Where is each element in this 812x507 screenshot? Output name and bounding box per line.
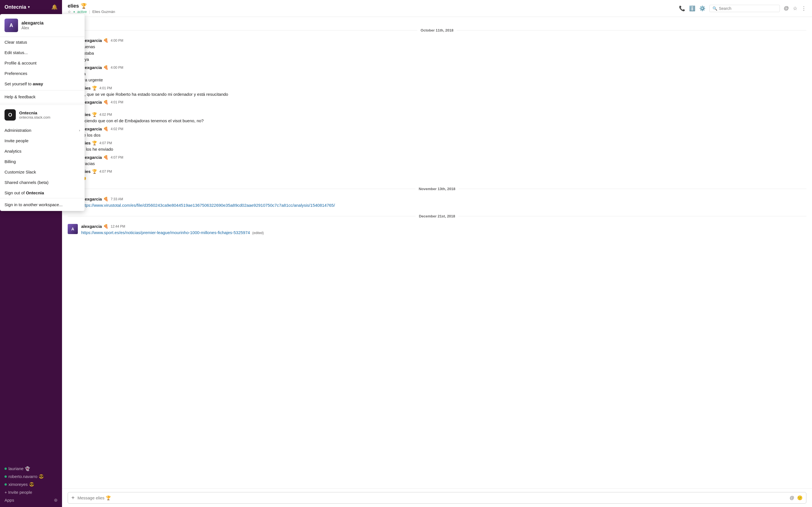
search-input[interactable] (719, 6, 777, 11)
message-link[interactable]: https://www.virustotal.com/es/file/d3560… (81, 203, 335, 208)
message-text: gracias (81, 161, 806, 167)
message-header: alexgarcia 🍕 7:33 AM (81, 196, 806, 202)
info-icon[interactable]: ℹ️ (689, 5, 695, 11)
message-time: 4:00 PM (111, 39, 123, 43)
star-header-icon[interactable]: ☆ (793, 5, 797, 11)
apps-label: Apps (4, 498, 14, 503)
dropdown-divider-1 (0, 90, 85, 91)
menu-item-clear-status[interactable]: Clear status (0, 37, 85, 47)
sidebar-header[interactable]: Ontecnia ▾ 🔔 (0, 0, 62, 14)
workspace-info: Ontecnia ontecnia.slack.com (19, 110, 50, 119)
sidebar-invite-people[interactable]: + Invite people (0, 489, 62, 496)
contact-full-name: Elies Guzmán (92, 10, 115, 14)
message-sender: alexgarcia 🍕 (81, 155, 109, 160)
message-input[interactable] (78, 496, 787, 500)
mention-button[interactable]: @ (790, 496, 794, 501)
message-text: ja, que se ve quie Roberto ha estado toc… (81, 91, 806, 98)
apps-add-icon[interactable]: ⊕ (54, 497, 57, 503)
chat-header: elies 🏆 ☆ ● active | Elies Guzmán 📞 ℹ️ ⚙… (62, 0, 812, 17)
menu-item-preferences[interactable]: Preferences (0, 68, 85, 78)
add-attachment-button[interactable]: + (71, 495, 75, 501)
chat-header-right: 📞 ℹ️ ⚙️ 🔍 @ ☆ ⋮ (679, 5, 806, 12)
message-time: 4:07 PM (111, 156, 123, 159)
online-dot-roberto (4, 475, 7, 478)
main-area: elies 🏆 ☆ ● active | Elies Guzmán 📞 ℹ️ ⚙… (62, 0, 812, 507)
table-row: A alexgarcia 🍕 4:01 PM (68, 100, 806, 110)
dropdown-signin[interactable]: Sign in to another workspace... (0, 198, 85, 211)
table-row: A alexgarcia 🍕 7:33 AM https://www.virus… (68, 196, 806, 209)
star-icon[interactable]: ☆ (68, 10, 71, 14)
ws-domain: ontecnia.slack.com (19, 115, 50, 119)
menu-item-set-away[interactable]: Set yourself to away (0, 78, 85, 89)
member-name-roberto: roberto.navarro 😎 (8, 474, 44, 479)
ws-item-customize-slack[interactable]: Customize Slack (0, 167, 85, 177)
message-sender: alexgarcia 🍕 (81, 100, 109, 105)
search-box[interactable]: 🔍 (709, 5, 780, 12)
message-time: 4:01 PM (100, 86, 112, 90)
message-time: 4:07 PM (100, 170, 112, 173)
menu-item-help-feedback[interactable]: Help & feedback (0, 92, 85, 102)
message-sender: alexgarcia 🍕 (81, 196, 109, 202)
dropdown-menu: A alexgarcia Álex Clear status Edit stat… (0, 14, 85, 211)
at-icon[interactable]: @ (784, 5, 789, 11)
ws-item-shared-channels[interactable]: Shared channels (beta) (0, 177, 85, 187)
message-input-area: + @ 🙂 (62, 489, 812, 507)
bell-icon[interactable]: 🔔 (51, 4, 57, 10)
message-text: 👍 (81, 175, 806, 181)
message-time: 4:00 PM (111, 66, 123, 69)
message-header: alexgarcia 🍕 4:00 PM (81, 38, 806, 43)
settings-icon[interactable]: ⚙️ (699, 5, 705, 11)
chat-title-area: elies 🏆 ☆ ● active | Elies Guzmán (68, 3, 115, 14)
message-header: alexgarcia 🍕 4:07 PM (81, 155, 806, 160)
message-sender: alexgarcia 🍕 (81, 224, 109, 229)
phone-icon[interactable]: 📞 (679, 5, 685, 11)
menu-item-edit-status[interactable]: Edit status... (0, 47, 85, 58)
message-header: alexgarcia 🍕 4:00 PM (81, 65, 806, 70)
message-text: https://www.sport.es/es/noticias/premier… (81, 230, 806, 236)
contact-emoji: 🏆 (81, 3, 87, 9)
message-content: elies 🏆 4:01 PM ja, que se ve quie Rober… (81, 86, 806, 98)
ws-item-analytics[interactable]: Analytics (0, 146, 85, 156)
ws-item-billing[interactable]: Billing (0, 156, 85, 167)
workspace-name[interactable]: Ontecnia ▾ (4, 4, 30, 10)
message-header: elies 🏆 4:01 PM (81, 86, 806, 91)
message-sender: alexgarcia 🍕 (81, 126, 109, 131)
message-time: 12:44 PM (111, 224, 125, 228)
ws-item-sign-out[interactable]: Sign out of Ontecnia (0, 187, 85, 198)
avatar-initial: A (10, 22, 13, 29)
table-row: E elies 🏆 4:07 PM 👍 (68, 169, 806, 181)
ws-item-invite-people[interactable]: Invite people (0, 135, 85, 146)
chat-title: elies 🏆 (68, 3, 115, 9)
message-content: alexgarcia 🍕 4:07 PM gracias (81, 155, 806, 167)
date-divider-oct: October 11th, 2018 (68, 28, 806, 33)
workspace-icon: O (4, 109, 16, 121)
message-content: elies 🏆 4:02 PM diciendo que con el de E… (81, 112, 806, 124)
message-sender: alexgarcia 🍕 (81, 38, 109, 43)
sidebar-item-ximoreyes[interactable]: ximoreyes 😎 (0, 481, 62, 489)
message-time: 7:33 AM (111, 197, 123, 201)
sidebar-item-roberto[interactable]: roberto.navarro 😎 (0, 473, 62, 481)
message-content: elies 🏆 4:07 PM te los he enviado (81, 140, 806, 153)
member-name-ximoreyes: ximoreyes 😎 (8, 482, 35, 487)
message-header: alexgarcia 🍕 12:44 PM (81, 224, 806, 229)
menu-item-profile-account[interactable]: Profile & account (0, 58, 85, 68)
online-dot-ximoreyes (4, 483, 7, 486)
message-content: alexgarcia 🍕 7:33 AM https://www.virusto… (81, 196, 806, 209)
message-link[interactable]: https://www.sport.es/es/noticias/premier… (81, 230, 250, 235)
workspace-chevron-icon: ▾ (28, 5, 30, 9)
online-dot-lauriane (4, 467, 7, 470)
emoji-button[interactable]: 🙂 (797, 495, 803, 501)
message-text: https://www.virustotal.com/es/file/d3560… (81, 202, 806, 209)
message-text: ya (81, 71, 806, 77)
sidebar-apps[interactable]: Apps ⊕ (0, 496, 62, 504)
sign-out-label: Sign out of Ontecnia (4, 190, 44, 195)
more-icon[interactable]: ⋮ (801, 5, 806, 11)
ws-item-administration[interactable]: Administration › (0, 125, 85, 135)
sidebar: Ontecnia ▾ 🔔 alexgarcia 🍕 A alexgarcia Á… (0, 0, 62, 507)
message-content: alexgarcia 🍕 4:02 PM de los dos (81, 126, 806, 138)
dropdown-avatar: A (4, 18, 18, 32)
dropdown-user-section: A alexgarcia Álex (0, 14, 85, 37)
contact-name: elies (68, 3, 79, 9)
sidebar-item-lauriane[interactable]: lauriane 👻 (0, 465, 62, 473)
message-header: alexgarcia 🍕 4:02 PM (81, 126, 806, 131)
